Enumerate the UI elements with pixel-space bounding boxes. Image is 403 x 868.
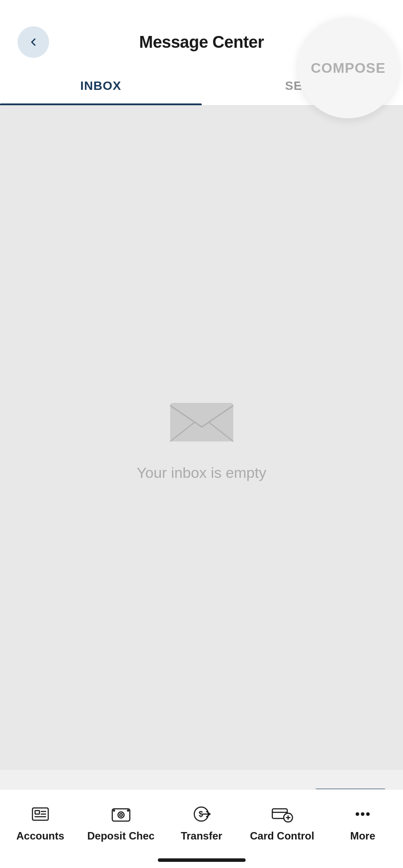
svg-point-12 [127,810,129,812]
nav-label-transfer: Transfer [181,830,222,842]
nav-item-more[interactable]: More [322,798,403,847]
card-control-icon [271,803,293,825]
svg-point-11 [113,810,115,812]
transfer-icon: $ [190,803,213,825]
nav-item-transfer[interactable]: $ Transfer [161,798,242,847]
empty-inbox-message: Your inbox is empty [137,464,266,481]
svg-point-23 [356,812,359,816]
accounts-icon [29,803,52,825]
nav-label-more: More [350,830,375,842]
tab-inbox[interactable]: INBOX [0,67,202,105]
deposit-icon [110,803,132,825]
svg-rect-0 [170,403,233,441]
nav-label-accounts: Accounts [16,830,64,842]
nav-label-deposit: Deposit Chec [87,830,154,842]
home-indicator [158,858,246,862]
svg-rect-4 [35,811,39,814]
envelope-icon [167,394,237,447]
nav-label-card-control: Card Control [250,830,314,842]
page-title: Message Center [139,33,264,52]
compose-bubble[interactable]: COMPOSE [298,18,399,118]
empty-state: Your inbox is empty [137,394,266,481]
svg-point-25 [366,812,370,816]
svg-point-10 [120,814,122,816]
nav-item-accounts[interactable]: Accounts [0,798,81,847]
svg-point-9 [118,812,124,818]
nav-item-card-control[interactable]: Card Control [242,798,322,847]
nav-item-deposit[interactable]: Deposit Chec [81,798,161,847]
inbox-content: Your inbox is empty [0,106,403,770]
bottom-nav: Accounts Deposit Chec $ Transfer [0,789,403,868]
svg-text:$: $ [199,810,203,818]
more-icon [351,803,374,825]
compose-bubble-label: COMPOSE [311,60,386,76]
svg-point-24 [361,812,364,816]
back-button[interactable] [18,26,49,58]
